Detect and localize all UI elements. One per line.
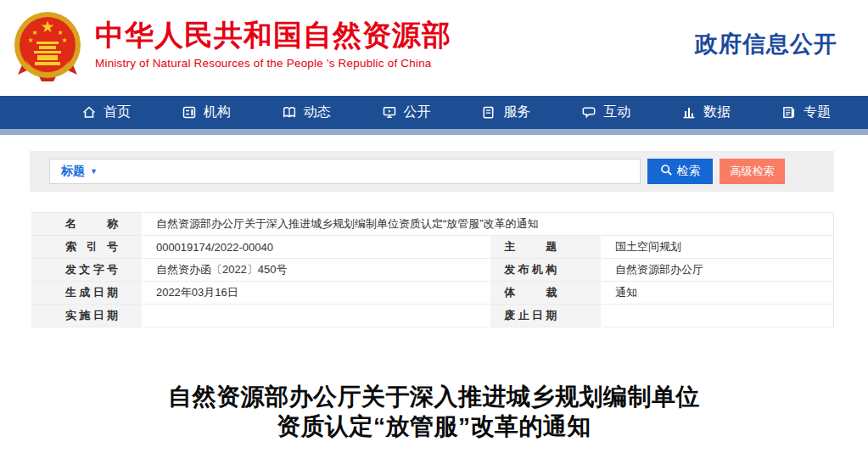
- site-title: 中华人民共和国自然资源部: [95, 19, 451, 51]
- chevron-down-icon: ▼: [90, 168, 98, 176]
- search-icon: [660, 164, 673, 179]
- gov-info-disclosure-title[interactable]: 政府信息公开: [695, 29, 837, 59]
- meta-label-doc-number: 发文字号: [31, 259, 143, 282]
- meta-label-genre: 体裁: [490, 282, 602, 305]
- field-type-dropdown[interactable]: 标题 ▼: [61, 164, 98, 179]
- meta-value-create-date: 2022年03月16日: [143, 282, 490, 305]
- svg-text:★: ★: [31, 29, 37, 36]
- nav-item-label: 数据: [703, 103, 731, 121]
- nav-item-label: 服务: [503, 103, 530, 121]
- meta-label-create-date: 生成日期: [31, 282, 143, 305]
- data-icon: [681, 105, 697, 120]
- table-row: 生成日期 2022年03月16日 体裁 通知: [31, 282, 834, 305]
- table-row: 索引号 000019174/2022-00040 主题 国土空间规划: [31, 236, 834, 259]
- topics-icon: [781, 105, 797, 120]
- meta-value-name: 自然资源部办公厅关于深入推进城乡规划编制单位资质认定“放管服”改革的通知: [143, 213, 834, 236]
- meta-label-index-number: 索引号: [31, 236, 143, 259]
- nav-item-data[interactable]: 数据: [681, 103, 731, 121]
- svg-text:★: ★: [57, 29, 63, 36]
- advanced-search-button[interactable]: 高级检索: [720, 159, 785, 184]
- meta-value-repeal-date: [602, 305, 833, 327]
- main-nav: 首页 机构 动态 公开 服务 互动 数据: [0, 96, 868, 129]
- news-icon: [282, 105, 297, 120]
- table-row: 发文字号 自然资办函〔2022〕450号 发布机构 自然资源部办公厅: [31, 259, 834, 282]
- svg-text:★: ★: [40, 18, 54, 36]
- nav-item-news[interactable]: 动态: [282, 103, 331, 121]
- nav-item-label: 首页: [104, 103, 131, 121]
- meta-value-index-number: 000019174/2022-00040: [143, 236, 490, 259]
- nav-accent-strip: [0, 129, 868, 135]
- search-input[interactable]: 标题 ▼: [49, 159, 641, 184]
- site-brand: 中华人民共和国自然资源部 Ministry of Natural Resourc…: [95, 19, 451, 70]
- service-icon: [481, 105, 496, 120]
- site-subtitle: Ministry of Natural Resources of the Peo…: [95, 57, 451, 70]
- home-icon: [81, 105, 97, 120]
- disclosure-icon: [382, 105, 397, 120]
- interaction-icon: [581, 105, 596, 120]
- table-row: 实施日期 废止日期: [31, 305, 834, 327]
- table-row: 名称 自然资源部办公厅关于深入推进城乡规划编制单位资质认定“放管服”改革的通知: [31, 213, 834, 236]
- meta-value-doc-number: 自然资办函〔2022〕450号: [143, 259, 490, 282]
- nav-item-label: 机构: [204, 103, 231, 121]
- nav-item-organization[interactable]: 机构: [182, 103, 231, 121]
- meta-value-genre: 通知: [602, 282, 833, 305]
- svg-text:★: ★: [61, 36, 67, 44]
- meta-value-subject: 国土空间规划: [602, 236, 833, 259]
- search-bar: 标题 ▼ 检索 高级检索: [30, 151, 834, 192]
- organization-icon: [182, 105, 197, 120]
- nav-item-label: 专题: [804, 103, 831, 121]
- field-type-label: 标题: [61, 164, 85, 179]
- meta-label-name: 名称: [31, 213, 143, 236]
- site-header: ★ ★ ★ ★ ★ 中华人民共和国自然资源部 Ministry of Natur…: [0, 0, 868, 96]
- nav-item-home[interactable]: 首页: [81, 103, 131, 121]
- meta-value-issuing-agency: 自然资源部办公厅: [602, 259, 833, 282]
- meta-label-issuing-agency: 发布机构: [490, 259, 602, 282]
- nav-item-label: 动态: [304, 103, 331, 121]
- document-meta-table: 名称 自然资源部办公厅关于深入推进城乡规划编制单位资质认定“放管服”改革的通知 …: [30, 212, 834, 327]
- meta-label-repeal-date: 废止日期: [490, 305, 602, 327]
- meta-value-effective-date: [143, 305, 490, 327]
- advanced-search-label: 高级检索: [731, 164, 775, 179]
- page-title: 自然资源部办公厅关于深入推进城乡规划编制单位资质认定“放管服”改革的通知: [156, 382, 712, 441]
- national-emblem-icon: ★ ★ ★ ★ ★: [14, 10, 81, 83]
- national-emblem-logo[interactable]: ★ ★ ★ ★ ★: [14, 10, 81, 83]
- search-button-label: 检索: [677, 164, 701, 179]
- search-button[interactable]: 检索: [647, 159, 713, 184]
- nav-item-label: 互动: [603, 103, 630, 121]
- nav-item-topics[interactable]: 专题: [781, 103, 831, 121]
- nav-item-interaction[interactable]: 互动: [581, 103, 630, 121]
- nav-item-label: 公开: [404, 103, 431, 121]
- meta-label-subject: 主题: [490, 236, 602, 259]
- meta-label-effective-date: 实施日期: [31, 305, 143, 327]
- nav-item-disclosure[interactable]: 公开: [382, 103, 431, 121]
- nav-item-service[interactable]: 服务: [481, 103, 530, 121]
- svg-text:★: ★: [27, 36, 33, 44]
